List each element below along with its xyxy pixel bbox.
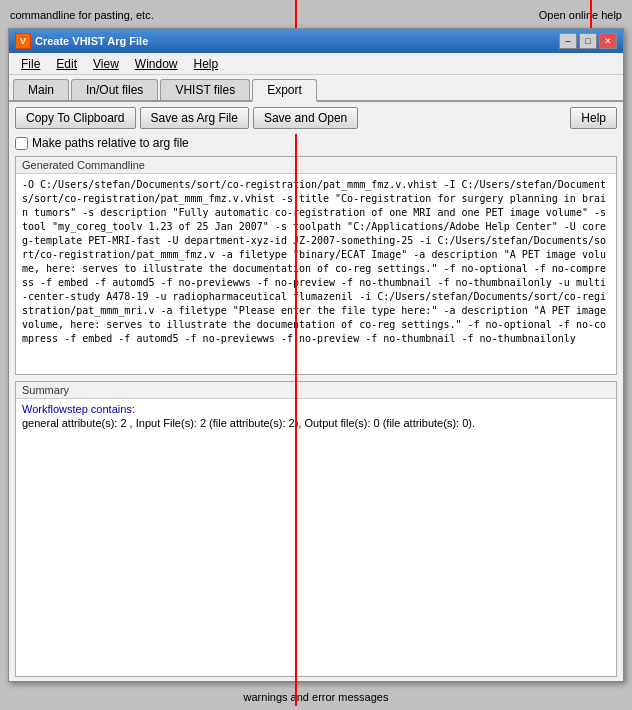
save-open-button[interactable]: Save and Open [253, 107, 358, 129]
tab-inout[interactable]: In/Out files [71, 79, 158, 100]
minimize-button[interactable]: – [559, 33, 577, 49]
commandline-text[interactable]: -O C:/Users/stefan/Documents/sort/co-reg… [16, 174, 616, 374]
tabs-bar: Main In/Out files VHIST files Export [9, 75, 623, 102]
main-window: V Create VHIST Arg File – □ ✕ File Edit … [8, 28, 624, 682]
summary-title: Workflowstep contains: [22, 403, 610, 415]
relative-paths-label: Make paths relative to arg file [32, 136, 189, 150]
menu-view[interactable]: View [85, 53, 127, 74]
summary-text: general attribute(s): 2 , Input File(s):… [22, 417, 610, 429]
close-button[interactable]: ✕ [599, 33, 617, 49]
help-button[interactable]: Help [570, 107, 617, 129]
menu-bar: File Edit View Window Help [9, 53, 623, 75]
toolbar: Copy To Clipboard Save as Arg File Save … [9, 102, 623, 134]
save-arg-button[interactable]: Save as Arg File [140, 107, 249, 129]
menu-help[interactable]: Help [186, 53, 227, 74]
help-annotation: Open online help [539, 9, 622, 21]
commandline-annotation: commandline for pasting, etc. [10, 9, 154, 21]
tab-vhist[interactable]: VHIST files [160, 79, 250, 100]
warnings-annotation: warnings and error messages [244, 691, 389, 703]
title-bar-left: V Create VHIST Arg File [15, 33, 148, 49]
summary-section: Summary Workflowstep contains: general a… [15, 381, 617, 677]
tab-export[interactable]: Export [252, 79, 317, 102]
menu-file[interactable]: File [13, 53, 48, 74]
app-icon: V [15, 33, 31, 49]
menu-edit[interactable]: Edit [48, 53, 85, 74]
title-controls: – □ ✕ [559, 33, 617, 49]
commandline-section: Generated Commandline -O C:/Users/stefan… [15, 156, 617, 375]
relative-paths-checkbox[interactable] [15, 137, 28, 150]
main-content: Generated Commandline -O C:/Users/stefan… [9, 152, 623, 681]
copy-clipboard-button[interactable]: Copy To Clipboard [15, 107, 136, 129]
title-bar: V Create VHIST Arg File – □ ✕ [9, 29, 623, 53]
checkbox-row: Make paths relative to arg file [9, 134, 623, 152]
summary-content: Workflowstep contains: general attribute… [16, 399, 616, 433]
menu-window[interactable]: Window [127, 53, 186, 74]
summary-label: Summary [16, 382, 616, 399]
window-title: Create VHIST Arg File [35, 35, 148, 47]
maximize-button[interactable]: □ [579, 33, 597, 49]
commandline-label: Generated Commandline [16, 157, 616, 174]
tab-main[interactable]: Main [13, 79, 69, 100]
